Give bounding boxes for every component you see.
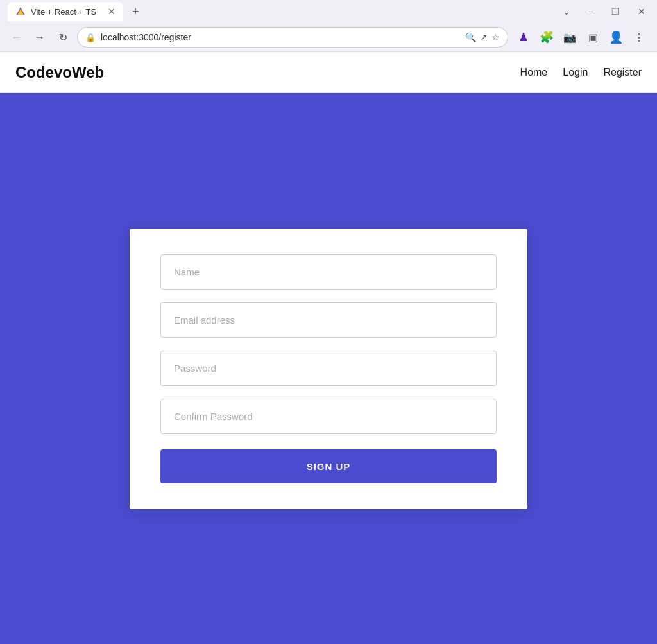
lock-icon: 🔒 xyxy=(85,33,96,42)
camera-icon: 📷 xyxy=(563,31,576,44)
nav-login[interactable]: Login xyxy=(563,67,588,78)
nav-register[interactable]: Register xyxy=(603,67,642,78)
name-input[interactable] xyxy=(160,254,497,290)
address-bar-icons: 🔍 ↗ ☆ xyxy=(465,32,500,42)
browser-tab[interactable]: Vite + React + TS ✕ xyxy=(8,2,123,21)
share-icon[interactable]: ↗ xyxy=(480,32,488,42)
app-logo: CodevoWeb xyxy=(15,64,104,82)
app-nav: Home Login Register xyxy=(520,67,642,78)
back-icon: ← xyxy=(12,31,22,43)
password-field-group xyxy=(160,351,497,386)
tab-favicon xyxy=(15,6,26,17)
side-panel-button[interactable]: ▣ xyxy=(583,27,603,48)
email-field-group xyxy=(160,302,497,338)
tab-close-button[interactable]: ✕ xyxy=(108,7,115,16)
forward-button[interactable]: → xyxy=(31,28,49,46)
extension-icon-1[interactable]: ♟ xyxy=(513,27,534,48)
register-card: SIGN UP xyxy=(130,229,527,509)
forward-icon: → xyxy=(35,31,45,43)
confirm-password-input[interactable] xyxy=(160,399,497,434)
browser-toolbar: ← → ↻ 🔒 🔍 ↗ ☆ ♟ 🧩 📷 xyxy=(0,23,657,51)
puzzle-piece-icon: 🧩 xyxy=(540,30,554,44)
main-content: SIGN UP xyxy=(0,93,657,644)
toolbar-extension-icons: ♟ 🧩 📷 ▣ 👤 ⋮ xyxy=(513,27,649,48)
confirm-password-field-group xyxy=(160,399,497,434)
signup-button[interactable]: SIGN UP xyxy=(160,449,497,483)
avatar-icon: 👤 xyxy=(609,30,623,44)
zoom-icon[interactable]: 🔍 xyxy=(465,32,476,42)
bookmark-icon[interactable]: ☆ xyxy=(491,32,500,42)
ellipsis-icon: ⋮ xyxy=(634,31,644,44)
window-controls: ⌄ − ❐ ✕ xyxy=(559,5,649,18)
name-field-group xyxy=(160,254,497,290)
email-input[interactable] xyxy=(160,302,497,338)
back-button[interactable]: ← xyxy=(8,28,26,46)
url-input[interactable] xyxy=(101,32,460,42)
refresh-icon: ↻ xyxy=(59,31,67,44)
refresh-button[interactable]: ↻ xyxy=(54,28,72,46)
maximize-button[interactable]: ❐ xyxy=(608,5,624,18)
puzzle-icon: ♟ xyxy=(518,30,529,44)
browser-chrome: Vite + React + TS ✕ + ⌄ − ❐ ✕ ← → ↻ 🔒 🔍 … xyxy=(0,0,657,52)
address-bar[interactable]: 🔒 🔍 ↗ ☆ xyxy=(77,27,508,48)
browser-titlebar: Vite + React + TS ✕ + ⌄ − ❐ ✕ xyxy=(0,0,657,23)
app-header: CodevoWeb Home Login Register xyxy=(0,52,657,93)
nav-home[interactable]: Home xyxy=(520,67,548,78)
register-form: SIGN UP xyxy=(160,254,497,483)
password-input[interactable] xyxy=(160,351,497,386)
profile-button[interactable]: 👤 xyxy=(606,27,626,48)
tab-title: Vite + React + TS xyxy=(31,7,96,17)
extension-icon-2[interactable]: 🧩 xyxy=(536,27,557,48)
panel-icon: ▣ xyxy=(588,31,598,44)
chevron-down-icon[interactable]: ⌄ xyxy=(559,5,574,18)
close-button[interactable]: ✕ xyxy=(634,5,649,18)
new-tab-button[interactable]: + xyxy=(128,4,143,20)
extension-icon-3[interactable]: 📷 xyxy=(559,27,580,48)
minimize-button[interactable]: − xyxy=(584,5,597,18)
more-options-button[interactable]: ⋮ xyxy=(629,27,649,48)
